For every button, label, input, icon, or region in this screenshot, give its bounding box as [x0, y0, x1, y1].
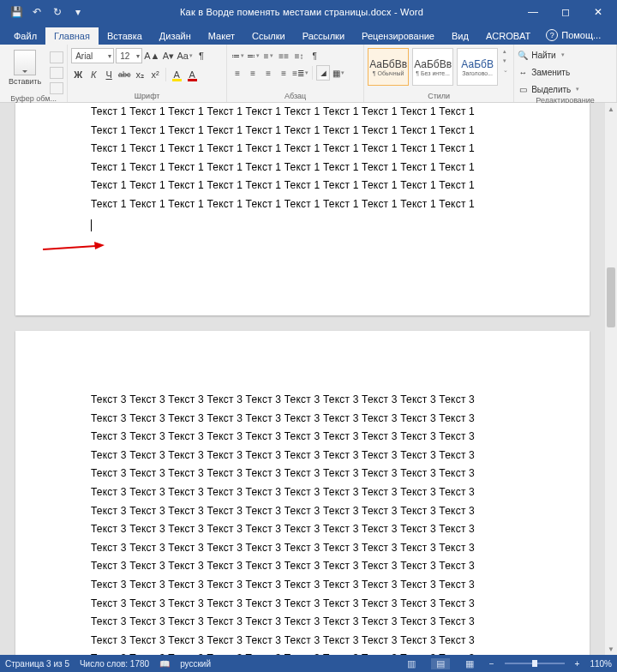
superscript-button[interactable]: x²	[148, 67, 162, 82]
web-layout-icon[interactable]: ▦	[460, 658, 479, 669]
zoom-in-button[interactable]: +	[575, 659, 580, 669]
tab-acrobat[interactable]: ACROBAT	[477, 27, 539, 45]
document-area[interactable]: Текст 1 Текст 1 Текст 1 Текст 1 Текст 1 …	[0, 103, 605, 655]
text-line[interactable]: Текст 3 Текст 3 Текст 3 Текст 3 Текст 3 …	[91, 539, 514, 558]
align-center-button[interactable]: ≡	[246, 65, 260, 81]
tab-references[interactable]: Ссылки	[243, 27, 294, 45]
strike-button[interactable]: abc	[117, 67, 131, 82]
text-line[interactable]: Текст 3 Текст 3 Текст 3 Текст 3 Текст 3 …	[91, 502, 514, 521]
text-line[interactable]: Текст 3 Текст 3 Текст 3 Текст 3 Текст 3 …	[91, 447, 514, 465]
scrollbar-thumb[interactable]	[607, 267, 615, 327]
tab-mailings[interactable]: Рассылки	[294, 27, 353, 45]
scroll-down-icon[interactable]: ▼	[605, 643, 617, 655]
format-painter-icon[interactable]	[50, 82, 63, 94]
cut-icon[interactable]	[50, 51, 63, 63]
numbering-button[interactable]: ≕	[246, 48, 260, 63]
shrink-font-button[interactable]: A▾	[162, 48, 176, 63]
zoom-slider[interactable]	[505, 663, 565, 664]
replace-button[interactable]: ↔Заменить	[518, 65, 570, 79]
undo-icon[interactable]: ↶	[29, 6, 45, 18]
maximize-icon[interactable]: ◻	[550, 6, 581, 18]
svg-marker-1	[94, 242, 105, 249]
bold-button[interactable]: Ж	[71, 67, 85, 82]
highlight-button[interactable]: A	[170, 67, 183, 82]
word-count[interactable]: Число слов: 1780	[80, 659, 149, 669]
text-line[interactable]: Текст 1 Текст 1 Текст 1 Текст 1 Текст 1 …	[91, 140, 514, 159]
style-normal[interactable]: АаБбВв ¶ Обычный	[368, 48, 409, 86]
ribbon: Вставить Буфер обм... Arial 12 A▲ A▾ Aa …	[0, 45, 617, 103]
decrease-indent-button[interactable]: ≡≡	[277, 48, 291, 63]
ribbon-tabs: Файл Главная Вставка Дизайн Макет Ссылки…	[0, 24, 617, 45]
text-line[interactable]: Текст 3 Текст 3 Текст 3 Текст 3 Текст 3 …	[91, 557, 514, 576]
tab-layout[interactable]: Макет	[200, 27, 243, 45]
bullets-button[interactable]: ≔	[231, 48, 244, 63]
text-line[interactable]: Текст 3 Текст 3 Текст 3 Текст 3 Текст 3 …	[91, 576, 514, 595]
underline-button[interactable]: Ч	[102, 67, 116, 82]
increase-indent-button[interactable]: ≡↕	[292, 48, 306, 63]
read-mode-icon[interactable]: ▥	[402, 658, 421, 669]
tab-file[interactable]: Файл	[5, 27, 45, 45]
minimize-icon[interactable]: —	[518, 6, 548, 18]
tab-design[interactable]: Дизайн	[151, 27, 200, 45]
align-justify-button[interactable]: ≡	[277, 65, 291, 81]
tab-insert[interactable]: Вставка	[99, 27, 151, 45]
line-spacing-button[interactable]: ≡≣	[292, 65, 308, 81]
zoom-out-button[interactable]: −	[489, 659, 494, 669]
proofing-icon[interactable]: 📖	[159, 659, 170, 669]
text-line[interactable]: Текст 3 Текст 3 Текст 3 Текст 3 Текст 3 …	[91, 391, 514, 410]
text-line[interactable]: Текст 3 Текст 3 Текст 3 Текст 3 Текст 3 …	[91, 483, 514, 502]
styles-expand-button[interactable]: ▴ ▾ ⌄	[501, 48, 510, 74]
clear-format-button[interactable]: ¶	[195, 48, 208, 63]
copy-icon[interactable]	[50, 67, 63, 79]
style-heading1[interactable]: АаБбВ Заголово...	[457, 48, 498, 86]
scroll-up-icon[interactable]: ▲	[605, 103, 617, 115]
scrollbar-track[interactable]	[605, 115, 617, 643]
qat-customize-icon[interactable]: ▾	[70, 6, 86, 18]
grow-font-button[interactable]: A▲	[144, 48, 159, 63]
page-indicator[interactable]: Страница 3 из 5	[5, 659, 69, 669]
align-left-button[interactable]: ≡	[231, 65, 244, 81]
change-case-button[interactable]: Aa	[177, 48, 193, 63]
print-layout-icon[interactable]: ▤	[431, 658, 450, 669]
language-indicator[interactable]: русский	[180, 659, 211, 669]
font-color-button[interactable]: A	[185, 67, 199, 82]
vertical-scrollbar[interactable]: ▲ ▼	[605, 103, 617, 655]
paste-button[interactable]: Вставить	[3, 48, 46, 87]
shading-button[interactable]: ◢	[316, 65, 330, 81]
font-name-combo[interactable]: Arial	[71, 48, 114, 63]
text-line[interactable]: Текст 3 Текст 3 Текст 3 Текст 3 Текст 3 …	[91, 520, 514, 539]
text-line[interactable]: Текст 1 Текст 1 Текст 1 Текст 1 Текст 1 …	[91, 103, 514, 122]
show-marks-button[interactable]: ¶	[308, 48, 321, 63]
close-icon[interactable]: ✕	[583, 6, 614, 18]
page-3-content[interactable]: Текст 3 Текст 3 Текст 3 Текст 3 Текст 3 …	[91, 391, 514, 655]
tab-home[interactable]: Главная	[45, 27, 99, 45]
text-line[interactable]: Текст 1 Текст 1 Текст 1 Текст 1 Текст 1 …	[91, 177, 514, 195]
text-line[interactable]: Текст 3 Текст 3 Текст 3 Текст 3 Текст 3 …	[91, 613, 514, 632]
redo-icon[interactable]: ↻	[50, 6, 65, 18]
subscript-button[interactable]: x₂	[133, 67, 147, 82]
italic-button[interactable]: К	[87, 67, 100, 82]
align-right-button[interactable]: ≡	[261, 65, 275, 81]
text-line[interactable]: Текст 1 Текст 1 Текст 1 Текст 1 Текст 1 …	[91, 159, 514, 177]
text-line[interactable]: Текст 3 Текст 3 Текст 3 Текст 3 Текст 3 …	[91, 595, 514, 614]
text-line[interactable]: Текст 3 Текст 3 Текст 3 Текст 3 Текст 3 …	[91, 410, 514, 429]
font-size-combo[interactable]: 12	[116, 48, 142, 63]
text-line[interactable]: Текст 3 Текст 3 Текст 3 Текст 3 Текст 3 …	[91, 428, 514, 447]
text-line[interactable]: Текст 3 Текст 3 Текст 3 Текст 3 Текст 3 …	[91, 632, 514, 651]
tell-me[interactable]: Помощ...	[539, 26, 608, 45]
group-editing: 🔍Найти ↔Заменить ▭Выделить Редактировани…	[514, 45, 617, 102]
zoom-level[interactable]: 110%	[590, 659, 612, 669]
save-icon[interactable]: 💾	[9, 6, 24, 18]
group-font: Arial 12 A▲ A▾ Aa ¶ Ж К Ч abc x₂ x² A A …	[68, 45, 227, 102]
tab-view[interactable]: Вид	[443, 27, 477, 45]
multilevel-button[interactable]: ≡	[261, 48, 275, 63]
text-line[interactable]: Текст 1 Текст 1 Текст 1 Текст 1 Текст 1 …	[91, 122, 514, 141]
style-no-spacing[interactable]: АаБбВв ¶ Без инте...	[412, 48, 453, 86]
select-button[interactable]: ▭Выделить	[518, 82, 579, 96]
find-button[interactable]: 🔍Найти	[518, 48, 565, 62]
page-1-content[interactable]: Текст 1 Текст 1 Текст 1 Текст 1 Текст 1 …	[91, 103, 514, 214]
tab-review[interactable]: Рецензирование	[353, 27, 443, 45]
text-line[interactable]: Текст 1 Текст 1 Текст 1 Текст 1 Текст 1 …	[91, 195, 514, 214]
text-line[interactable]: Текст 3 Текст 3 Текст 3 Текст 3 Текст 3 …	[91, 465, 514, 483]
borders-button[interactable]: ▦	[332, 65, 345, 81]
